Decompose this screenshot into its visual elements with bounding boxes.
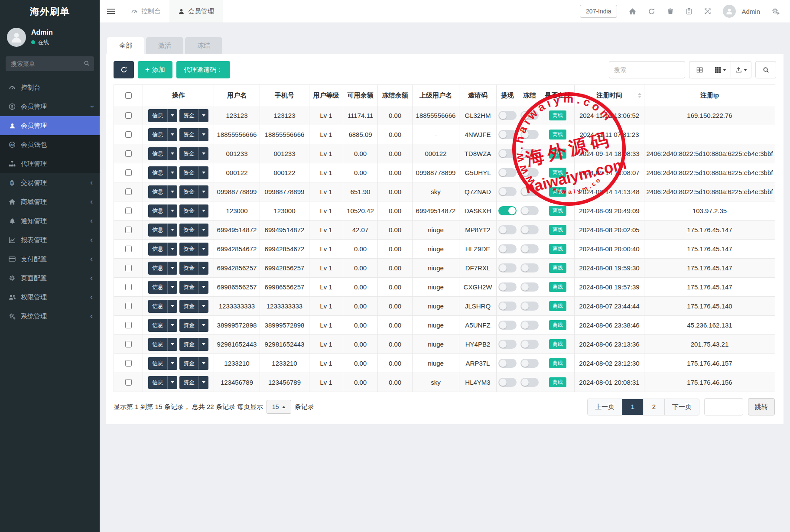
topbar-tab-0[interactable]: 控制台 — [122, 0, 169, 23]
page-jump-input[interactable] — [704, 398, 743, 415]
filter-tab-2[interactable]: 冻结 — [185, 37, 222, 54]
sidebar-item-3[interactable]: cc会员钱包 — [0, 135, 100, 154]
sidebar-item-8[interactable]: 报表管理‹ — [0, 230, 100, 250]
funds-dropdown-button[interactable]: 资金 — [179, 243, 208, 256]
sidebar-item-7[interactable]: 通知管理‹ — [0, 211, 100, 230]
withdraw-toggle[interactable] — [498, 225, 517, 234]
row-checkbox[interactable] — [125, 208, 132, 214]
freeze-toggle[interactable] — [520, 321, 539, 330]
withdraw-toggle[interactable] — [498, 282, 517, 292]
freeze-toggle[interactable] — [520, 149, 539, 158]
withdraw-toggle[interactable] — [498, 359, 517, 368]
filter-tab-1[interactable]: 激活 — [146, 37, 183, 54]
row-checkbox[interactable] — [125, 265, 132, 271]
info-dropdown-button[interactable]: 信息 — [148, 243, 177, 256]
info-dropdown-button[interactable]: 信息 — [148, 224, 177, 237]
freeze-toggle[interactable] — [520, 187, 539, 196]
export-dropdown-button[interactable] — [731, 61, 751, 78]
withdraw-toggle[interactable] — [498, 149, 517, 158]
withdraw-toggle[interactable] — [498, 340, 517, 349]
info-dropdown-button[interactable]: 信息 — [148, 281, 177, 294]
funds-dropdown-button[interactable]: 资金 — [179, 262, 208, 275]
region-selector[interactable]: 207-India — [580, 5, 617, 18]
refresh-table-button[interactable] — [114, 61, 134, 78]
info-dropdown-button[interactable]: 信息 — [148, 185, 177, 198]
funds-dropdown-button[interactable]: 资金 — [179, 338, 208, 351]
row-checkbox[interactable] — [125, 284, 132, 290]
pagination-page-1[interactable]: 1 — [622, 399, 643, 415]
withdraw-toggle[interactable] — [498, 168, 517, 177]
clipboard-icon[interactable] — [686, 8, 692, 15]
withdraw-toggle[interactable] — [498, 378, 517, 387]
freeze-toggle[interactable] — [520, 225, 539, 234]
row-checkbox[interactable] — [125, 341, 132, 347]
settings-cogs-icon[interactable] — [772, 7, 780, 15]
sidebar-item-11[interactable]: 权限管理‹ — [0, 288, 100, 307]
info-dropdown-button[interactable]: 信息 — [148, 109, 177, 122]
row-checkbox[interactable] — [125, 379, 132, 386]
funds-dropdown-button[interactable]: 资金 — [179, 357, 208, 370]
funds-dropdown-button[interactable]: 资金 — [179, 147, 208, 160]
refresh-icon[interactable] — [648, 8, 655, 15]
add-member-button[interactable]: + 添加 — [138, 61, 172, 78]
funds-dropdown-button[interactable]: 资金 — [179, 224, 208, 237]
funds-dropdown-button[interactable]: 资金 — [179, 319, 208, 332]
sidebar-item-0[interactable]: 控制台 — [0, 78, 100, 97]
withdraw-toggle[interactable] — [498, 206, 517, 215]
row-checkbox[interactable] — [125, 150, 132, 157]
withdraw-toggle[interactable] — [498, 244, 517, 253]
row-checkbox[interactable] — [125, 131, 132, 138]
pagination-next[interactable]: 下一页 — [664, 399, 699, 415]
sidebar-item-4[interactable]: 代理管理 — [0, 154, 100, 173]
row-checkbox[interactable] — [125, 169, 132, 176]
page-jump-button[interactable]: 跳转 — [748, 398, 775, 415]
columns-dropdown-button[interactable] — [710, 61, 731, 78]
info-dropdown-button[interactable]: 信息 — [148, 338, 177, 351]
funds-dropdown-button[interactable]: 资金 — [179, 109, 208, 122]
home-icon[interactable] — [629, 8, 636, 15]
row-checkbox[interactable] — [125, 188, 132, 195]
pagination-prev[interactable]: 上一页 — [588, 399, 622, 415]
info-dropdown-button[interactable]: 信息 — [148, 262, 177, 275]
funds-dropdown-button[interactable]: 资金 — [179, 204, 208, 217]
funds-dropdown-button[interactable]: 资金 — [179, 166, 208, 179]
funds-dropdown-button[interactable]: 资金 — [179, 281, 208, 294]
freeze-toggle[interactable] — [520, 302, 539, 311]
freeze-toggle[interactable] — [520, 168, 539, 177]
freeze-toggle[interactable] — [520, 111, 539, 120]
row-checkbox[interactable] — [125, 112, 132, 119]
hamburger-menu-icon[interactable] — [100, 0, 122, 23]
info-dropdown-button[interactable]: 信息 — [148, 376, 177, 389]
trash-icon[interactable] — [667, 8, 674, 15]
sidebar-item-6[interactable]: 商城管理‹ — [0, 192, 100, 211]
funds-dropdown-button[interactable]: 资金 — [179, 128, 208, 141]
topbar-tab-1[interactable]: 会员管理 — [169, 0, 223, 23]
agent-invite-code-button[interactable]: 代理邀请码： — [176, 61, 230, 78]
info-dropdown-button[interactable]: 信息 — [148, 357, 177, 370]
menu-search-input[interactable] — [6, 56, 94, 71]
info-dropdown-button[interactable]: 信息 — [148, 204, 177, 217]
select-all-checkbox[interactable] — [125, 92, 132, 99]
detail-view-button[interactable] — [689, 61, 710, 78]
fullscreen-icon[interactable] — [704, 8, 711, 15]
freeze-toggle[interactable] — [520, 130, 539, 139]
filter-tab-0[interactable]: 全部 — [107, 37, 144, 54]
withdraw-toggle[interactable] — [498, 321, 517, 330]
withdraw-toggle[interactable] — [498, 302, 517, 311]
freeze-toggle[interactable] — [520, 206, 539, 215]
search-submit-button[interactable] — [755, 61, 776, 78]
row-checkbox[interactable] — [125, 322, 132, 328]
funds-dropdown-button[interactable]: 资金 — [179, 376, 208, 389]
sidebar-item-5[interactable]: B交易管理‹ — [0, 173, 100, 192]
freeze-toggle[interactable] — [520, 263, 539, 272]
topbar-user-name[interactable]: Admin — [741, 8, 760, 15]
info-dropdown-button[interactable]: 信息 — [148, 300, 177, 313]
sidebar-item-1[interactable]: 会员管理‹ — [0, 97, 100, 116]
avatar[interactable] — [723, 5, 736, 18]
column-header[interactable]: 注册时间 — [575, 85, 644, 106]
sidebar-item-9[interactable]: 支付配置‹ — [0, 250, 100, 269]
table-search-input[interactable] — [609, 61, 685, 78]
pagination-page-2[interactable]: 2 — [643, 399, 664, 415]
funds-dropdown-button[interactable]: 资金 — [179, 185, 208, 198]
freeze-toggle[interactable] — [520, 244, 539, 253]
